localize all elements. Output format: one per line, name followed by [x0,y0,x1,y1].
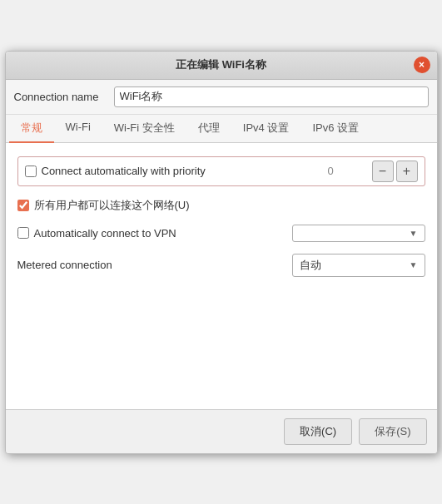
button-row: 取消(C) 保存(S) [6,409,437,453]
cancel-button[interactable]: 取消(C) [284,418,352,445]
tab-proxy-label: 代理 [198,121,220,134]
priority-increase-button[interactable]: + [396,161,418,182]
all-users-checkbox-label[interactable]: 所有用户都可以连接这个网络(U) [17,198,190,213]
all-users-checkbox[interactable] [17,200,29,211]
tab-wifi[interactable]: Wi-Fi [54,115,102,143]
all-users-row: 所有用户都可以连接这个网络(U) [17,198,425,213]
connection-name-label: Connection name [14,91,106,103]
metered-connection-label: Metered connection [17,259,292,271]
connect-auto-priority-row: Connect automatically with priority − + [17,156,425,186]
dialog-window: 正在编辑 WiFi名称 × Connection name 常规 Wi-Fi W… [5,51,438,454]
metered-connection-arrow: ▼ [410,260,418,269]
close-icon: × [419,59,425,71]
tab-general[interactable]: 常规 [9,115,54,143]
plus-icon: + [403,165,410,178]
all-users-label: 所有用户都可以连接这个网络(U) [34,198,190,213]
tab-content-general: Connect automatically with priority − + … [6,143,437,409]
minus-icon: − [379,165,386,178]
cancel-label: 取消(C) [300,425,336,437]
auto-connect-vpn-checkbox-label[interactable]: Automatically connect to VPN [17,227,292,240]
priority-decrease-button[interactable]: − [372,161,394,182]
connection-name-input[interactable] [114,86,429,107]
metered-connection-value: 自动 [300,258,321,273]
priority-value-area: − + [328,161,418,182]
vpn-dropdown[interactable]: ▼ [292,225,425,242]
connect-auto-priority-label[interactable]: Connect automatically with priority [42,165,206,177]
priority-input[interactable] [328,165,370,177]
tab-proxy[interactable]: 代理 [186,115,231,143]
auto-connect-vpn-checkbox[interactable] [17,227,29,239]
tab-wifi-security[interactable]: Wi-Fi 安全性 [102,115,186,143]
tab-ipv4-label: IPv4 设置 [243,121,290,134]
tab-ipv4[interactable]: IPv4 设置 [231,115,301,143]
close-button[interactable]: × [414,57,430,73]
vpn-dropdown-arrow: ▼ [410,229,418,238]
save-label: 保存(S) [375,425,410,437]
connect-auto-priority-checkbox[interactable] [25,166,37,177]
tab-wifi-security-label: Wi-Fi 安全性 [114,121,175,134]
tab-ipv6[interactable]: IPv6 设置 [300,115,370,143]
tabs-bar: 常规 Wi-Fi Wi-Fi 安全性 代理 IPv4 设置 IPv6 设置 [6,115,437,143]
tab-general-label: 常规 [21,121,42,134]
tab-ipv6-label: IPv6 设置 [312,121,359,134]
auto-connect-vpn-label: Automatically connect to VPN [34,227,176,240]
auto-connect-vpn-row: Automatically connect to VPN ▼ [17,225,425,242]
tab-wifi-label: Wi-Fi [66,121,91,133]
metered-connection-row: Metered connection 自动 ▼ [17,254,425,277]
connection-name-row: Connection name [6,80,437,115]
title-bar: 正在编辑 WiFi名称 × [6,52,437,80]
metered-connection-dropdown[interactable]: 自动 ▼ [292,254,425,277]
save-button[interactable]: 保存(S) [359,418,426,445]
connect-auto-priority-area: Connect automatically with priority [25,165,328,177]
dialog-title: 正在编辑 WiFi名称 [176,57,266,72]
